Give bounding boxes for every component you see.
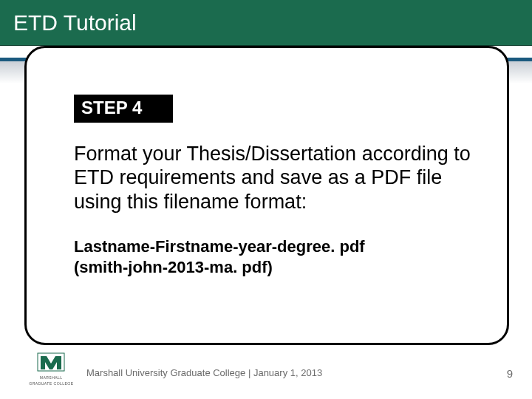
logo-text-2: GRADUATE COLLEGE — [29, 381, 73, 385]
marshall-logo: MARSHALL GRADUATE COLLEGE — [32, 349, 70, 387]
logo-text-1: MARSHALL — [40, 375, 63, 379]
body-text: Format your Thesis/Dissertation accordin… — [74, 142, 479, 214]
step-badge: STEP 4 — [74, 95, 173, 123]
page-number: 9 — [507, 367, 513, 380]
page-title: ETD Tutorial — [13, 10, 137, 35]
slide: ETD Tutorial STEP 4 Format your Thesis/D… — [0, 0, 532, 399]
filename-example: (smith-john-2013-ma. pdf) — [74, 257, 479, 278]
footer-text: Marshall University Graduate College | J… — [86, 367, 322, 378]
header-bar: ETD Tutorial — [0, 0, 532, 46]
logo-mark-icon — [36, 350, 66, 374]
filename-pattern: Lastname-Firstname-year-degree. pdf — [74, 236, 479, 257]
filename-block: Lastname-Firstname-year-degree. pdf (smi… — [74, 236, 479, 277]
